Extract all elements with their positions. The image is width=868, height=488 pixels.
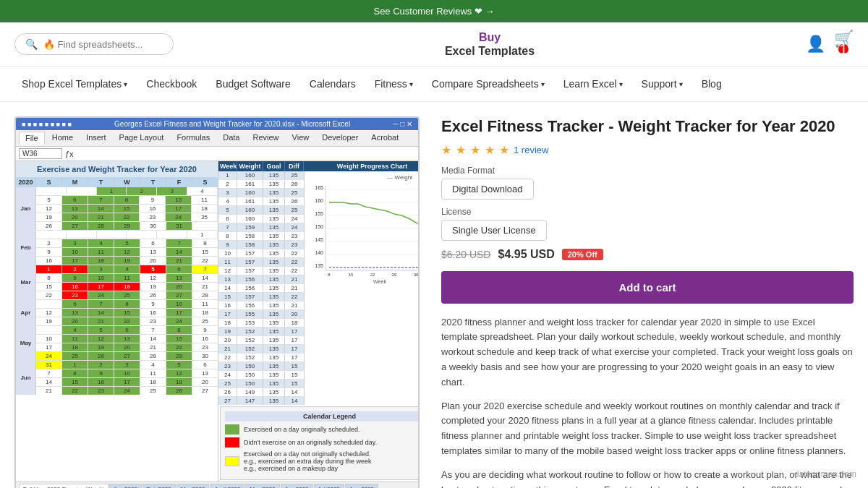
weight-data-table: 1 160 135 25 2 161 135 26 xyxy=(218,171,304,405)
legend-green-box xyxy=(225,424,239,435)
ribbon-acrobat[interactable]: Acrobat xyxy=(365,132,404,145)
excel-window-controls: ─ □ ✕ xyxy=(393,120,412,128)
media-format-option[interactable]: Digital Download xyxy=(441,179,534,200)
search-icon: 🔍 xyxy=(25,38,38,50)
search-bar[interactable]: 🔍 xyxy=(14,33,174,55)
month-jan-row: Jan 1 2 3 4 5 xyxy=(16,187,218,231)
ribbon-developer[interactable]: Developer xyxy=(316,132,364,145)
excel-screenshot: ■ ■ ■ ■ ■ ■ ■ ■ ■ Georges Excel Fitness … xyxy=(14,116,420,488)
sheet-tab-apr[interactable]: April 2020 xyxy=(210,484,244,488)
chart-area-header: Weight Progress Chart xyxy=(304,161,420,171)
price-original: $6.20 USD xyxy=(441,249,490,260)
ribbon-review[interactable]: Review xyxy=(247,132,284,145)
nav-shop-templates-label: Shop Excel Templates xyxy=(22,78,122,90)
chevron-down-icon: ▾ xyxy=(409,80,413,88)
license-option[interactable]: Single User License xyxy=(441,220,547,241)
legend-yellow-text: Exercised on a day not originally schedu… xyxy=(244,450,372,472)
search-input[interactable] xyxy=(43,39,159,50)
chevron-down-icon: ▾ xyxy=(619,80,623,88)
product-description-1: 2020 fitness planner and weight loss tra… xyxy=(441,315,854,390)
ribbon-view[interactable]: View xyxy=(286,132,315,145)
svg-text:Week: Week xyxy=(373,279,386,284)
logo-buy: Buy xyxy=(188,30,791,44)
excel-name-box[interactable]: W36 xyxy=(19,148,62,159)
account-icon[interactable]: 👤 xyxy=(806,35,825,53)
nav-fitness[interactable]: Fitness ▾ xyxy=(367,74,420,94)
ribbon-formulas[interactable]: Formulas xyxy=(171,132,216,145)
nav-shop-templates[interactable]: Shop Excel Templates ▾ xyxy=(14,74,135,94)
col-t1: T xyxy=(88,177,114,187)
data-table-headers: Week Weight Goal Diff Weight Progress Ch… xyxy=(218,161,420,171)
sheet-tab-mar[interactable]: Mar 2020 xyxy=(176,484,210,488)
nav-blog[interactable]: Blog xyxy=(694,74,729,94)
legend-item-red: Didn't exercise on an originally schedul… xyxy=(225,437,420,448)
ribbon-insert[interactable]: Insert xyxy=(80,132,112,145)
sheet-tab-jan[interactable]: Jan 2020 xyxy=(109,484,142,488)
legend-green-text: Exercised on a day originally scheduled. xyxy=(244,426,360,433)
price-row: $6.20 USD $4.95 USD 20% Off xyxy=(441,248,854,261)
nav-support[interactable]: Support ▾ xyxy=(634,74,690,94)
col-m: M xyxy=(62,177,88,187)
jan-week2: 5 6 7 8 9 10 11 xyxy=(36,196,218,205)
jan-week4: 19 20 21 22 23 24 25 xyxy=(36,213,218,222)
formula-bar-fx: ƒx xyxy=(65,150,74,158)
cart-badge: 1 xyxy=(838,44,848,54)
product-description-2: Plan your 2020 exercise schedule and wee… xyxy=(441,399,854,459)
legend-red-text: Didn't exercise on an originally schedul… xyxy=(244,439,377,446)
excel-filename: Georges Excel Fitness and Weight Tracker… xyxy=(114,120,350,128)
sheet-tab-jun[interactable]: Jun 2020 xyxy=(281,484,313,488)
review-link[interactable]: 1 review xyxy=(514,145,548,155)
chart-legend: — Weight - - Goal xyxy=(307,174,420,181)
legend-item-yellow: Exercised on a day not originally schedu… xyxy=(225,450,420,472)
weight-chart: — Weight - - Goal 165 160 155 150 145 14… xyxy=(304,171,420,405)
col-s2: S xyxy=(192,177,218,187)
chevron-down-icon: ▾ xyxy=(124,80,127,88)
license-label: License xyxy=(441,207,854,217)
chevron-down-icon: ▾ xyxy=(541,80,545,88)
month-jan-label: Jan xyxy=(16,187,36,230)
month-jun-row: Jun 31 1 2 3 4 5 6 xyxy=(16,361,218,395)
product-stars: ★ ★ ★ ★ ★ 1 review xyxy=(441,143,854,157)
ribbon-page-layout[interactable]: Page Layout xyxy=(114,132,170,145)
ribbon-home[interactable]: Home xyxy=(46,132,79,145)
cart-icon[interactable]: 🛒1 xyxy=(834,30,854,59)
nav-learn-excel[interactable]: Learn Excel ▾ xyxy=(556,74,630,94)
top-banner[interactable]: See Customer Reviews ❤ → xyxy=(0,0,868,22)
chevron-down-icon: ▾ xyxy=(679,80,683,88)
right-column: Excel Fitness Tracker - Weight Tracker f… xyxy=(441,116,854,488)
nav-compare-spreadsheets[interactable]: Compare Spreadsheets ▾ xyxy=(425,74,552,94)
col-headers-left: 2020 S M T W T F S xyxy=(16,177,218,187)
header: 🔍 Buy Excel Templates 👤 🛒1 xyxy=(0,22,868,67)
ribbon-file[interactable]: File xyxy=(19,132,45,145)
jan-days: 1 2 3 4 5 6 7 8 9 10 xyxy=(36,187,218,230)
nav-budget-software[interactable]: Budget Software xyxy=(208,74,298,94)
add-to-cart-button[interactable]: Add to cart xyxy=(441,271,854,304)
price-current: $4.95 USD xyxy=(498,248,554,261)
sheet-tab-aug[interactable]: Aug 2020 xyxy=(345,484,378,488)
sheet-tab-jul[interactable]: Jul 2020 xyxy=(314,484,344,488)
nav-calendars[interactable]: Calendars xyxy=(302,74,363,94)
right-data-section: Week Weight Goal Diff Weight Progress Ch… xyxy=(218,161,420,481)
main-nav: Shop Excel Templates ▾ Checkbook Budget … xyxy=(0,67,868,102)
col-f: F xyxy=(166,177,192,187)
ribbon-data[interactable]: Data xyxy=(217,132,245,145)
month-feb-label: Feb xyxy=(16,231,36,265)
col-t2: T xyxy=(140,177,166,187)
mar-days: 1 2 3 4 5 6 7 8 9 10 xyxy=(36,265,218,299)
header-icons: 👤 🛒1 xyxy=(806,30,854,59)
star-1: ★ xyxy=(441,143,451,157)
svg-text:145: 145 xyxy=(315,237,323,242)
svg-text:160: 160 xyxy=(315,198,323,203)
svg-text:140: 140 xyxy=(315,250,323,255)
feb-days: 1 2 3 4 5 6 7 8 xyxy=(36,231,218,265)
main-content: ■ ■ ■ ■ ■ ■ ■ ■ ■ Georges Excel Fitness … xyxy=(0,102,868,488)
svg-text:22: 22 xyxy=(370,273,375,277)
sheet-tab-feb[interactable]: Feb 2020 xyxy=(142,484,176,488)
sheet-tab-may[interactable]: May 2020 xyxy=(245,484,279,488)
chart-svg: 165 160 155 150 145 140 135 xyxy=(307,182,420,276)
star-3: ★ xyxy=(470,143,480,157)
nav-calendars-label: Calendars xyxy=(310,78,356,90)
sheet-tab-full-year[interactable]: Full Year 2020-Exercise-Weight xyxy=(19,484,109,488)
nav-checkbook[interactable]: Checkbook xyxy=(139,74,204,94)
legend-title: Calendar Legend xyxy=(225,411,420,421)
